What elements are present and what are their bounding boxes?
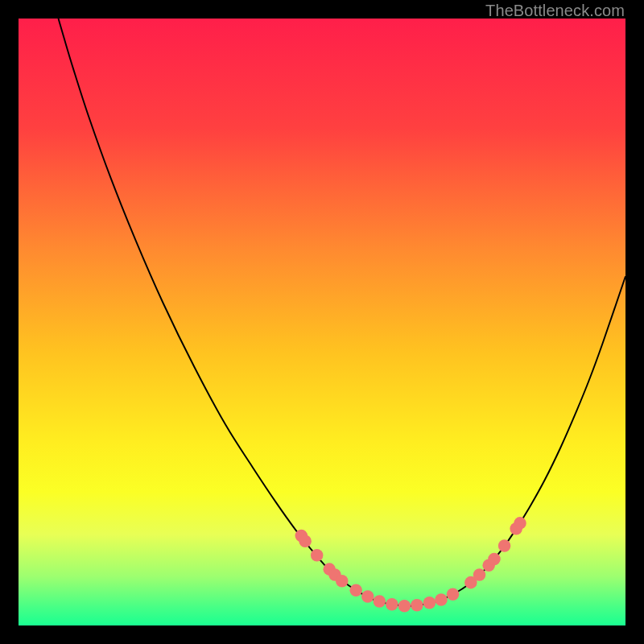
- data-marker: [488, 553, 501, 566]
- plot-area: [19, 19, 625, 625]
- data-marker: [447, 588, 460, 601]
- data-marker: [336, 575, 349, 588]
- data-marker: [514, 517, 526, 530]
- watermark-text: TheBottleneck.com: [485, 2, 625, 20]
- data-marker: [311, 549, 324, 562]
- bottleneck-chart: [19, 19, 625, 625]
- data-marker: [374, 595, 386, 608]
- gradient-background: [19, 19, 625, 625]
- chart-frame: TheBottleneck.com: [0, 0, 644, 644]
- data-marker: [498, 539, 511, 552]
- data-marker: [361, 590, 374, 603]
- data-marker: [423, 597, 436, 609]
- data-marker: [386, 598, 398, 611]
- data-marker: [411, 599, 423, 612]
- data-marker: [473, 568, 486, 581]
- data-marker: [299, 535, 312, 547]
- data-marker: [435, 593, 448, 606]
- data-marker: [398, 600, 411, 613]
- data-marker: [349, 584, 362, 597]
